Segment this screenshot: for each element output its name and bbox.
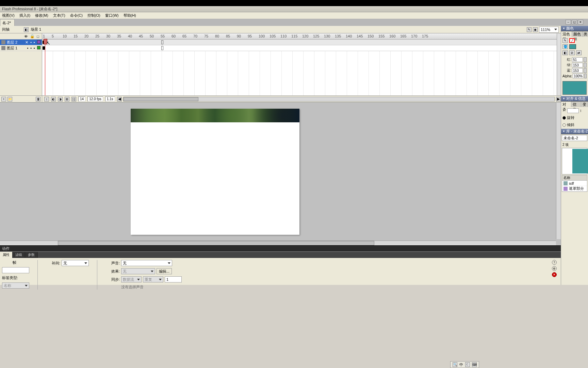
layer-name[interactable]: 图层 1 [7, 46, 26, 51]
doc-tab[interactable]: 名-2* [0, 19, 15, 26]
tab-transform[interactable]: 变 [581, 102, 588, 107]
layer-row[interactable]: 图层 2 ✕ • ▪ [0, 40, 42, 45]
tab-align[interactable]: 对齐 [561, 102, 571, 107]
red-spinner[interactable] [584, 57, 587, 62]
frame-row[interactable] [42, 40, 557, 45]
library-doc-select[interactable]: 未命名-2 [562, 135, 587, 141]
ime-keyboard-icon[interactable]: ⌨ [472, 362, 477, 367]
stage[interactable] [0, 103, 561, 245]
menu-control[interactable]: 控制(O) [87, 13, 100, 18]
ime-lang[interactable]: 中 [459, 362, 463, 367]
playhead[interactable] [45, 40, 45, 95]
layer-visible-dot[interactable]: • [27, 46, 28, 50]
menu-view[interactable]: 视图(V) [2, 13, 15, 18]
edit-multiple-icon[interactable]: ⊞ [65, 97, 69, 102]
timeline-hscroll[interactable] [123, 97, 555, 102]
frame-row[interactable] [42, 45, 557, 51]
fill-swatch[interactable] [569, 44, 576, 49]
effect-select[interactable]: 无 [121, 268, 155, 274]
onion-outline-icon[interactable]: ◑ [58, 97, 63, 102]
layer-color-box[interactable] [37, 46, 40, 49]
eye-icon[interactable]: 👁 [24, 34, 28, 39]
sync-select[interactable]: 数据流 [121, 276, 142, 282]
stroke-color-icon[interactable]: ✎ [562, 38, 568, 43]
delete-layer-icon[interactable]: 🗑 [36, 97, 40, 102]
onion-skin-icon[interactable]: ◐ [51, 97, 56, 102]
stage-hscroll[interactable] [0, 241, 556, 245]
edit-scene-icon[interactable]: ✎ [527, 27, 532, 32]
close-prop-icon[interactable]: ✕ [552, 272, 557, 277]
stage-canvas[interactable] [131, 109, 299, 235]
layer-lock-dot[interactable]: ▪ [34, 40, 35, 45]
library-item[interactable]: sdf [562, 181, 587, 186]
edit-effect-button[interactable]: 编辑... [157, 268, 172, 274]
restore-btn[interactable]: ◱ [572, 20, 577, 25]
skew-radio[interactable] [562, 123, 566, 127]
frames-vscroll[interactable] [557, 33, 561, 95]
layer-color-box[interactable] [37, 40, 40, 44]
swap-icon[interactable]: ⇄ [576, 50, 582, 55]
green-input[interactable] [572, 63, 583, 67]
scroll-right-icon[interactable]: ▶ [556, 97, 561, 102]
library-item[interactable]: 遮罩部分 [562, 186, 587, 191]
alpha-spinner[interactable] [584, 74, 587, 78]
scene-name[interactable]: 场景 1 [31, 27, 41, 32]
tab-info[interactable]: 信息 [571, 102, 582, 107]
loop-select[interactable]: 重复 [143, 276, 163, 282]
help-icon[interactable]: ? [552, 260, 557, 265]
edit-symbol-icon[interactable]: ◉ [533, 27, 538, 32]
outline-icon[interactable]: □ [37, 34, 39, 39]
lock-icon[interactable]: 🔒 [30, 34, 35, 39]
frames-area[interactable]: 1510152025303540455055606570758085909510… [42, 33, 557, 95]
tab-params[interactable]: 参数 [25, 252, 38, 258]
blue-input[interactable] [572, 68, 583, 73]
menu-insert[interactable]: 插入(I) [19, 13, 30, 18]
layer-pencil-icon[interactable]: ✕ [25, 40, 28, 45]
ime-moon-icon[interactable]: ☾ [465, 362, 470, 367]
blue-spinner[interactable] [584, 68, 587, 73]
bw-icon[interactable]: ◧ [562, 50, 568, 55]
timeline-hscroll-thumb[interactable] [124, 97, 198, 101]
green-spinner[interactable] [584, 63, 587, 67]
tab-swatches[interactable]: 颜色样 [572, 31, 583, 37]
timeline-ruler[interactable]: 1510152025303540455055606570758085909510… [42, 33, 557, 40]
layer-visible-dot[interactable]: • [30, 40, 32, 45]
layer-row[interactable]: 图层 1 • • ▪ [0, 45, 42, 51]
stage-hscroll-thumb[interactable] [58, 241, 374, 245]
zoom-input[interactable]: 111% [539, 27, 559, 33]
no-color-icon2[interactable]: ⊘ [569, 50, 575, 55]
ime-toolbar[interactable]: 🔍 中 ☾ ⌨ [450, 361, 479, 368]
timeline-toggle[interactable]: 间轴 [2, 27, 10, 32]
sound-select[interactable]: 无 [121, 260, 172, 266]
library-col-name[interactable]: 名称 [562, 175, 587, 181]
tab-properties[interactable]: 属性 [0, 252, 13, 258]
red-input[interactable] [572, 57, 583, 62]
info-icon[interactable]: ⊛ [552, 266, 557, 271]
align-panel-header[interactable]: ▼ 对齐 & 信息 [561, 96, 588, 102]
menu-commands[interactable]: 命令(C) [70, 13, 83, 18]
center-frame-icon[interactable]: ↕ [44, 97, 49, 102]
tween-select[interactable]: 无 [62, 260, 89, 266]
width-input[interactable] [567, 108, 579, 113]
rotate-radio[interactable] [562, 116, 566, 120]
layer-visible-dot[interactable]: • [30, 46, 32, 50]
no-color-icon[interactable]: ╱ [569, 38, 575, 43]
color-panel-header[interactable]: ▼ 颜色 [561, 26, 588, 31]
menu-help[interactable]: 帮助(H) [124, 13, 136, 18]
frame-name-input[interactable] [2, 267, 29, 273]
frame-end[interactable] [161, 40, 163, 44]
fill-color-icon[interactable]: 🪣 [562, 44, 568, 49]
ime-mode-icon[interactable]: 🔍 [453, 362, 457, 367]
layer-lock-dot[interactable]: ▪ [34, 46, 35, 50]
menu-window[interactable]: 窗口(W) [105, 13, 119, 18]
menu-modify[interactable]: 修改(M) [35, 13, 48, 18]
alpha-input[interactable] [573, 74, 584, 78]
modify-onion-icon[interactable]: [·] [71, 97, 76, 102]
actions-panel-header[interactable]: 动作 [0, 245, 561, 251]
minimize-btn[interactable]: – [566, 20, 571, 25]
loop-count-input[interactable]: 1 [165, 276, 182, 282]
close-btn[interactable]: ✕ [578, 20, 583, 25]
layer-name[interactable]: 图层 2 [7, 40, 24, 45]
stage-vscroll[interactable] [556, 103, 561, 239]
menu-text[interactable]: 文本(T) [53, 13, 65, 18]
